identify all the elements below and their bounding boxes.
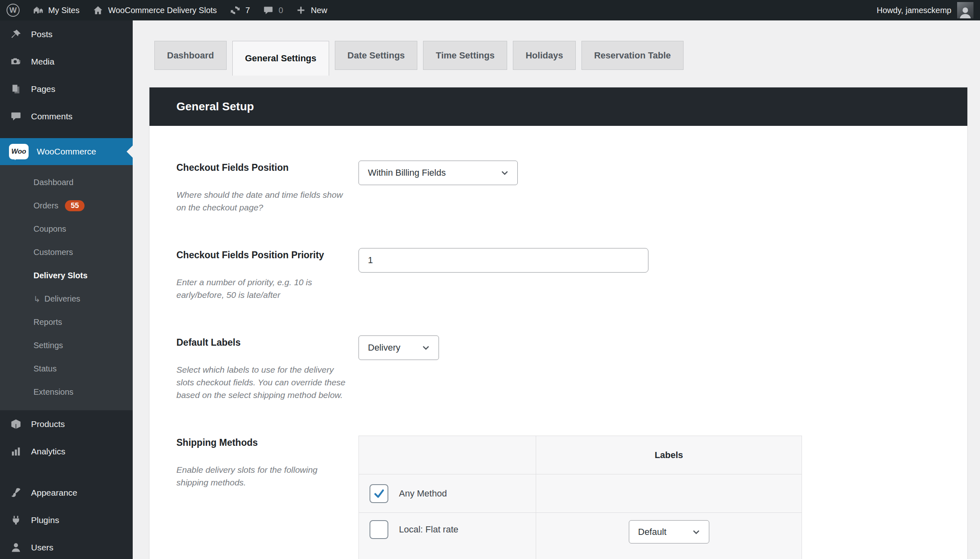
sidebar-subitem-delivery-slots[interactable]: Delivery Slots <box>0 264 133 287</box>
new-label: New <box>311 6 327 15</box>
comment-count: 0 <box>278 6 283 15</box>
sidebar-item-analytics[interactable]: Analytics <box>0 438 133 465</box>
table-header-row: Labels <box>359 436 802 474</box>
settings-tabs: DashboardGeneral SettingsDate SettingsTi… <box>154 41 980 76</box>
default-labels-select[interactable]: Delivery <box>359 335 439 360</box>
pages-icon <box>10 83 22 95</box>
tab-general-settings[interactable]: General Settings <box>232 41 329 76</box>
updates-menu[interactable]: 7 <box>223 0 256 20</box>
wordpress-logo-icon: W <box>7 4 20 17</box>
sidebar-item-comments[interactable]: Comments <box>0 103 133 130</box>
sidebar-subitem-extensions[interactable]: Extensions <box>0 380 133 404</box>
sidebar-item-plugins[interactable]: Plugins <box>0 506 133 534</box>
sidebar-subitem-dashboard[interactable]: Dashboard <box>0 171 133 194</box>
sidebar-item-label: Plugins <box>31 515 59 525</box>
user-icon <box>10 542 22 553</box>
field-checkout-fields-position-priority: Checkout Fields Position Priority Enter … <box>176 248 947 301</box>
shipping-methods-label: Shipping Methods <box>176 436 359 449</box>
method-name: Local: Flat rate <box>399 524 459 535</box>
howdy-account-menu[interactable]: Howdy, jamesckemp <box>877 6 951 15</box>
sidebar-item-label: Analytics <box>31 447 65 456</box>
tab-holidays[interactable]: Holidays <box>513 41 576 70</box>
method-cell: Any Method <box>359 474 536 513</box>
method-checkbox[interactable] <box>370 520 388 539</box>
sidebar-subitem-label: Delivery Slots <box>33 271 87 280</box>
sidebar-subitem-label: Coupons <box>33 224 66 234</box>
shipping-methods-table: Labels Any MethodLocal: Flat rateDefault <box>359 436 802 559</box>
sidebar-subitem-settings[interactable]: Settings <box>0 334 133 357</box>
sidebar-subitem-label: Orders <box>33 201 58 210</box>
update-arrows-icon <box>230 5 241 16</box>
sidebar-item-products[interactable]: Products <box>0 410 133 438</box>
tab-dashboard[interactable]: Dashboard <box>154 41 227 70</box>
table-row: Local: Flat rateDefault <box>359 513 802 559</box>
chevron-down-icon <box>500 168 509 177</box>
sidebar-subitem-coupons[interactable]: Coupons <box>0 217 133 241</box>
sidebar-item-label: Comments <box>31 112 73 121</box>
my-sites-menu[interactable]: My Sites <box>26 0 86 20</box>
sidebar-item-label: Appearance <box>31 488 77 498</box>
table-row: Any Method <box>359 474 802 513</box>
new-menu[interactable]: New <box>290 0 334 20</box>
woo-icon: Woo <box>9 144 29 159</box>
labels-column-header: Labels <box>536 436 802 474</box>
woocommerce-submenu: DashboardOrders55CouponsCustomersDeliver… <box>0 165 133 410</box>
field-checkout-fields-position: Checkout Fields Position Where should th… <box>176 161 947 214</box>
checkout-fields-position-label: Checkout Fields Position <box>176 161 359 174</box>
sidebar-item-label: Media <box>31 57 54 67</box>
site-name: WooCommerce Delivery Slots <box>108 6 217 15</box>
select-value: Delivery <box>368 342 400 353</box>
sidebar-subitem-reports[interactable]: Reports <box>0 311 133 334</box>
sidebar-subitem-orders[interactable]: Orders55 <box>0 194 133 217</box>
sidebar-subitem-customers[interactable]: Customers <box>0 241 133 264</box>
plug-icon <box>10 514 22 526</box>
labels-cell <box>536 474 802 513</box>
method-column-header <box>359 436 536 474</box>
sidebar-item-label: Posts <box>31 29 53 39</box>
camera-icon <box>10 56 22 67</box>
sidebar-item-label: Users <box>31 543 53 552</box>
sidebar-item-users[interactable]: Users <box>0 534 133 559</box>
pin-icon <box>10 29 22 40</box>
method-checkbox-checked[interactable] <box>370 484 388 503</box>
panel-title: General Setup <box>149 87 967 126</box>
menu-separator <box>0 465 133 479</box>
tab-date-settings[interactable]: Date Settings <box>335 41 418 70</box>
sidebar-subitem-status[interactable]: Status <box>0 357 133 380</box>
labels-cell: Default <box>536 513 802 559</box>
default-labels-description: Select which labels to use for the deliv… <box>176 363 350 401</box>
sidebar-item-media[interactable]: Media <box>0 48 133 75</box>
admin-content: DashboardGeneral SettingsDate SettingsTi… <box>133 20 980 559</box>
labels-select[interactable]: Default <box>629 520 709 543</box>
general-setup-panel: General Setup Checkout Fields Position W… <box>149 87 968 559</box>
chevron-down-icon <box>421 343 430 352</box>
update-count: 7 <box>245 6 250 15</box>
tab-reservation-table[interactable]: Reservation Table <box>581 41 684 70</box>
sidebar-item-pages[interactable]: Pages <box>0 75 133 103</box>
comments-menu[interactable]: 0 <box>256 0 290 20</box>
priority-input[interactable] <box>359 248 648 273</box>
comment-bubble-icon <box>263 5 274 16</box>
tab-time-settings[interactable]: Time Settings <box>423 41 507 70</box>
sidebar-item-label: WooCommerce <box>37 147 96 157</box>
site-name-menu[interactable]: WooCommerce Delivery Slots <box>86 0 223 20</box>
field-shipping-methods: Shipping Methods Enable delivery slots f… <box>176 436 947 559</box>
avatar[interactable] <box>957 2 973 18</box>
chart-bars-icon <box>10 446 22 457</box>
checkout-fields-position-select[interactable]: Within Billing Fields <box>359 161 518 185</box>
comment-icon <box>10 111 22 122</box>
sidebar-item-woocommerce[interactable]: Woo WooCommerce <box>0 138 133 165</box>
sidebar-item-posts[interactable]: Posts <box>0 20 133 48</box>
sidebar-item-appearance[interactable]: Appearance <box>0 479 133 506</box>
admin-sidebar: PostsMediaPagesComments Woo WooCommerce … <box>0 20 133 559</box>
sidebar-subitem-label: Settings <box>33 341 63 350</box>
wordpress-menu[interactable]: W <box>0 0 26 20</box>
sidebar-subitem-label: Extensions <box>33 387 74 397</box>
sidebar-subitem-deliveries[interactable]: ↳Deliveries <box>0 287 133 311</box>
method-cell: Local: Flat rate <box>359 513 536 559</box>
multisite-houses-icon <box>33 5 43 16</box>
field-default-labels: Default Labels Select which labels to us… <box>176 335 947 401</box>
child-arrow-icon: ↳ <box>33 294 40 304</box>
select-value: Default <box>638 527 667 537</box>
chevron-down-icon <box>692 528 701 537</box>
